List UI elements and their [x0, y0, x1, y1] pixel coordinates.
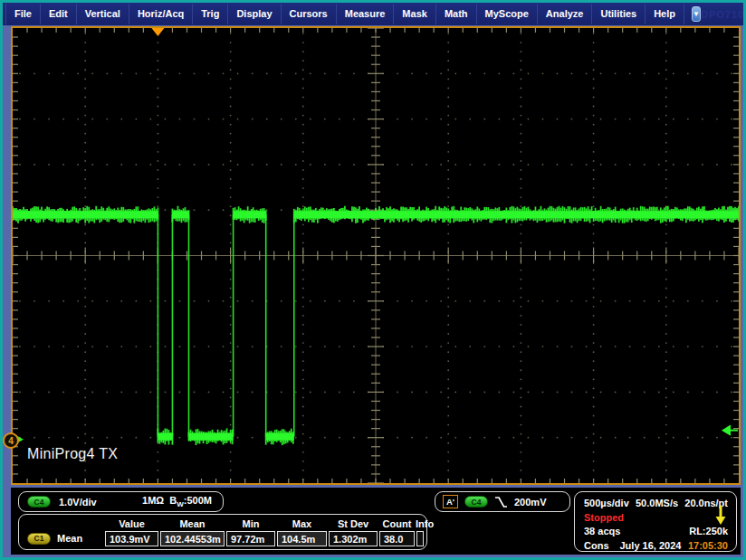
- channel4-ground-marker[interactable]: 4: [3, 432, 19, 449]
- date-label: July 16, 2024: [620, 539, 682, 554]
- trigger-source-badge: C4: [464, 496, 488, 508]
- menu-bar: FileEditVerticalHoriz/AcqTrigDisplayCurs…: [3, 3, 743, 25]
- model-label: DPO7104: [701, 9, 746, 20]
- measurement-header-blank: [21, 517, 104, 530]
- measurement-cell-min: 97.72m: [226, 531, 275, 546]
- timebase: 500µs/div: [584, 497, 629, 511]
- menu-vertical[interactable]: Vertical: [77, 4, 129, 24]
- channel1-badge: C1: [27, 533, 51, 545]
- measurement-label: C1Mean: [21, 530, 104, 546]
- acqs-row: 38 acqs RL:250k: [584, 525, 728, 539]
- oscilloscope-window: FileEditVerticalHoriz/AcqTrigDisplayCurs…: [0, 0, 746, 560]
- measurement-cell-value: 103.9mV: [105, 531, 158, 546]
- measurement-row: C1Mean103.9mV102.44553m97.72m104.5m1.302…: [21, 530, 425, 546]
- falling-edge-icon: [494, 496, 508, 508]
- menu-math[interactable]: Math: [436, 4, 477, 24]
- menu-items: FileEditVerticalHoriz/AcqTrigDisplayCurs…: [5, 4, 684, 24]
- channel4-badge: C4: [27, 496, 51, 508]
- time-label: 17:05:30: [688, 539, 728, 554]
- sample-rate: 50.0MS/s: [636, 497, 678, 511]
- menu-file[interactable]: File: [5, 4, 41, 24]
- waveform-annotation: MiniProg4 TX: [27, 446, 118, 462]
- menu-myscope[interactable]: MyScope: [477, 4, 538, 24]
- measurement-name: Mean: [57, 533, 82, 544]
- arrow-down-icon: [715, 506, 726, 526]
- trigger-readout[interactable]: A' C4 200mV: [435, 491, 570, 512]
- acquisition-readout: 500µs/div 50.0MS/s 20.0ns/pt Stopped 38 …: [574, 491, 737, 552]
- menu-help[interactable]: Help: [646, 4, 684, 24]
- acquisition-count: 38 acqs: [584, 525, 620, 539]
- trigger-level: 200mV: [514, 497, 546, 508]
- column-header-max: Max: [276, 517, 328, 530]
- measurement-cell-count: 38.0: [379, 531, 415, 546]
- menu-overflow-button[interactable]: ▼: [692, 6, 701, 22]
- record-length: RL:250k: [689, 525, 728, 539]
- measurement-cell-max: 104.5m: [277, 531, 327, 546]
- menu-measure[interactable]: Measure: [337, 4, 395, 24]
- column-header-count: Count: [378, 517, 416, 530]
- menu-cursors[interactable]: Cursors: [282, 4, 337, 24]
- column-header-stdev: St Dev: [328, 517, 378, 530]
- measurement-cell-mean: 102.44553m: [160, 531, 225, 546]
- acquisition-status: Stopped: [584, 511, 624, 526]
- channel-readout[interactable]: C4 1.0V/div 1MΩ BW:500M: [18, 491, 224, 512]
- measurement-table[interactable]: ValueMeanMinMaxSt DevCountInfo C1Mean103…: [18, 514, 427, 550]
- menu-display[interactable]: Display: [228, 4, 281, 24]
- vertical-scale: 1.0V/div: [59, 497, 97, 508]
- acq-mode: Cons: [584, 539, 609, 554]
- date-row: Cons July 16, 2024 17:05:30: [584, 539, 728, 554]
- menu-mask[interactable]: Mask: [394, 4, 436, 24]
- graticule-and-trace: [13, 28, 739, 483]
- measurement-cell-info: [416, 531, 424, 546]
- column-header-info: Info: [416, 517, 434, 530]
- measurement-cell-stdev: 1.302m: [329, 531, 378, 546]
- waveform-display[interactable]: 4 MiniProg4 TX: [11, 26, 741, 485]
- trigger-mode-badge: A': [443, 495, 458, 508]
- menu-horizacq[interactable]: Horiz/Acq: [129, 4, 193, 24]
- menu-trig[interactable]: Trig: [193, 4, 228, 24]
- readout-panel: C4 1.0V/div 1MΩ BW:500M A' C4 200mV 500µ…: [11, 488, 741, 555]
- column-header-mean: Mean: [159, 517, 225, 530]
- column-header-min: Min: [225, 517, 276, 530]
- column-header-value: Value: [104, 517, 159, 530]
- chevron-down-icon: ▼: [693, 10, 700, 18]
- menu-utilities[interactable]: Utilities: [592, 4, 646, 24]
- menu-analyze[interactable]: Analyze: [538, 4, 593, 24]
- measurement-header-row: ValueMeanMinMaxSt DevCountInfo: [21, 517, 425, 530]
- impedance-bandwidth: 1MΩ BW:500M: [142, 495, 212, 508]
- timebase-row: 500µs/div 50.0MS/s 20.0ns/pt: [584, 497, 728, 511]
- trigger-level-arrow[interactable]: [722, 425, 731, 436]
- trigger-position-marker[interactable]: [151, 28, 164, 36]
- menu-edit[interactable]: Edit: [41, 4, 77, 24]
- status-row: Stopped: [584, 511, 728, 526]
